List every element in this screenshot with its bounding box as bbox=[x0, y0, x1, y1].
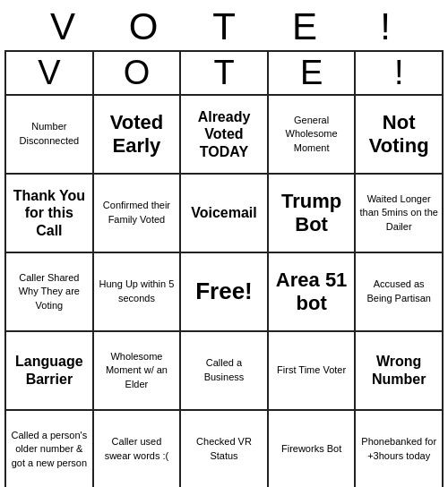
bingo-cell[interactable]: Called a Business bbox=[180, 331, 268, 410]
cell-text: Thank You for this Call bbox=[13, 188, 85, 238]
bingo-cell[interactable]: Hung Up within 5 seconds bbox=[93, 252, 180, 331]
bingo-cell[interactable]: Voicemail bbox=[180, 174, 268, 252]
bingo-cell[interactable]: Accused as Being Partisan bbox=[355, 252, 443, 331]
bingo-cell[interactable]: Area 51 bot bbox=[268, 252, 356, 331]
header-row: VOTE! bbox=[5, 51, 443, 95]
cell-text: Checked VR Status bbox=[196, 436, 252, 461]
title-letter: ! bbox=[345, 5, 426, 48]
title-letter: E bbox=[264, 5, 345, 48]
cell-text: Fireworks Bot bbox=[281, 443, 341, 454]
cell-text: Accused as Being Partisan bbox=[366, 278, 431, 303]
cell-text: Wrong Number bbox=[372, 354, 426, 387]
cell-text: Number Disconnected bbox=[20, 121, 80, 146]
bingo-cell[interactable]: General Wholesome Moment bbox=[268, 95, 356, 174]
bingo-cell[interactable]: Called a person's older number & got a n… bbox=[5, 410, 93, 487]
bingo-cell[interactable]: Thank You for this Call bbox=[5, 174, 93, 252]
cell-text: Voicemail bbox=[191, 205, 257, 220]
column-header: O bbox=[93, 51, 180, 95]
column-header: T bbox=[180, 51, 268, 95]
table-row: Thank You for this CallConfirmed their F… bbox=[5, 174, 443, 252]
bingo-title: VOTE! bbox=[0, 0, 448, 50]
cell-text: Language Barrier bbox=[15, 354, 83, 387]
cell-text: Area 51 bot bbox=[276, 269, 348, 314]
bingo-cell[interactable]: Wrong Number bbox=[355, 331, 443, 410]
table-row: Language BarrierWholesome Moment w/ an E… bbox=[5, 331, 443, 410]
cell-text: Hung Up within 5 seconds bbox=[99, 278, 175, 303]
cell-text: Free! bbox=[195, 278, 253, 304]
bingo-cell[interactable]: Number Disconnected bbox=[5, 95, 93, 174]
cell-text: Caller used swear words :( bbox=[105, 436, 169, 461]
bingo-grid: VOTE! Number DisconnectedVoted EarlyAlre… bbox=[4, 50, 444, 487]
bingo-cell[interactable]: Phonebanked for +3hours today bbox=[355, 410, 443, 487]
table-row: Number DisconnectedVoted EarlyAlready Vo… bbox=[5, 95, 443, 174]
table-row: Caller Shared Why They are VotingHung Up… bbox=[5, 252, 443, 331]
cell-text: Already Voted TODAY bbox=[198, 109, 251, 159]
cell-text: Voted Early bbox=[110, 111, 163, 157]
bingo-cell[interactable]: First Time Voter bbox=[268, 331, 356, 410]
column-header: E bbox=[268, 51, 356, 95]
bingo-cell[interactable]: Fireworks Bot bbox=[268, 410, 356, 487]
table-row: Called a person's older number & got a n… bbox=[5, 410, 443, 487]
bingo-cell[interactable]: Caller Shared Why They are Voting bbox=[5, 252, 93, 331]
cell-text: Caller Shared Why They are Voting bbox=[19, 272, 80, 311]
cell-text: Trump Bot bbox=[281, 190, 341, 235]
bingo-cell[interactable]: Voted Early bbox=[93, 95, 180, 174]
cell-text: Confirmed their Family Voted bbox=[103, 200, 170, 225]
bingo-cell[interactable]: Already Voted TODAY bbox=[180, 95, 268, 174]
bingo-cell[interactable]: Checked VR Status bbox=[180, 410, 268, 487]
bingo-cell[interactable]: Wholesome Moment w/ an Elder bbox=[93, 331, 180, 410]
cell-text: Phonebanked for +3hours today bbox=[361, 436, 436, 461]
bingo-cell[interactable]: Not Voting bbox=[355, 95, 443, 174]
column-header: V bbox=[5, 51, 93, 95]
bingo-cell[interactable]: Waited Longer than 5mins on the Dailer bbox=[355, 174, 443, 252]
cell-text: Called a Business bbox=[204, 357, 245, 382]
cell-text: Waited Longer than 5mins on the Dailer bbox=[359, 193, 437, 232]
cell-text: Not Voting bbox=[369, 111, 429, 157]
title-letter: O bbox=[103, 5, 184, 48]
cell-text: Called a person's older number & got a n… bbox=[12, 430, 88, 468]
bingo-cell[interactable]: Free! bbox=[180, 252, 268, 331]
cell-text: Wholesome Moment w/ an Elder bbox=[106, 351, 168, 389]
cell-text: First Time Voter bbox=[277, 364, 346, 375]
bingo-cell[interactable]: Caller used swear words :( bbox=[93, 410, 180, 487]
bingo-cell[interactable]: Trump Bot bbox=[268, 174, 356, 252]
title-letter: T bbox=[184, 5, 264, 48]
cell-text: General Wholesome Moment bbox=[286, 115, 338, 153]
title-letter: V bbox=[22, 5, 103, 48]
bingo-cell[interactable]: Language Barrier bbox=[5, 331, 93, 410]
column-header: ! bbox=[355, 51, 443, 95]
bingo-cell[interactable]: Confirmed their Family Voted bbox=[93, 174, 180, 252]
